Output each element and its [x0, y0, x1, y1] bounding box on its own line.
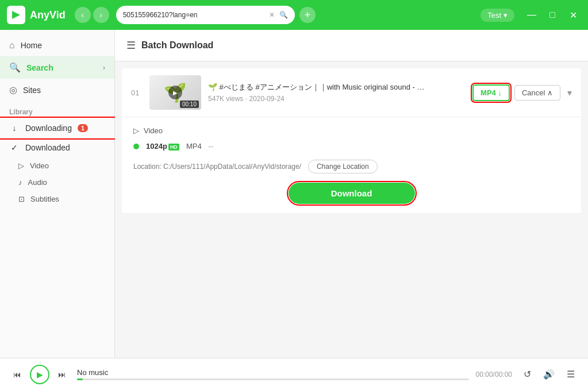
- detail-section-label: Video: [144, 126, 163, 135]
- sidebar-item-subtitles[interactable]: ⊡ Subtitles: [0, 191, 114, 207]
- content-body: 01 🌱 ▶ 00:10 🌱 #べじまる #アニメーション｜｜with Musi…: [115, 61, 588, 358]
- video-icon: ▷: [18, 161, 24, 170]
- thumb-duration: 00:10: [180, 101, 199, 108]
- no-music-label: No music: [77, 368, 469, 377]
- download-button[interactable]: Download: [289, 183, 415, 204]
- location-row: Location: C:/Users/111/AppData/Local/Any…: [133, 160, 570, 173]
- sidebar-item-sites[interactable]: ◎ Sites: [0, 79, 114, 101]
- quality-indicator: [133, 144, 139, 149]
- minimize-button[interactable]: —: [524, 7, 540, 23]
- home-icon: ⌂: [9, 40, 15, 51]
- video-label: Video: [30, 161, 49, 170]
- mp4-label: MP4 ↓: [481, 88, 502, 97]
- dash-label: --: [209, 142, 214, 150]
- downloading-label: Downloading: [25, 123, 72, 133]
- maximize-button[interactable]: □: [544, 7, 560, 23]
- sites-icon: ◎: [9, 84, 17, 95]
- detail-section-title: ▷ Video: [133, 126, 570, 135]
- sidebar-item-video[interactable]: ▷ Video: [0, 157, 114, 174]
- download-icon: ↓: [9, 123, 20, 133]
- logo-icon: [7, 6, 25, 24]
- sidebar-item-home[interactable]: ⌂ Home: [0, 34, 114, 56]
- svg-marker-0: [12, 11, 20, 19]
- subtitles-label: Subtitles: [30, 195, 59, 203]
- progress-fill: [77, 379, 83, 380]
- check-icon: ✓: [9, 142, 20, 153]
- sidebar-home-label: Home: [21, 41, 42, 50]
- player-info: No music: [77, 368, 469, 380]
- add-tab-button[interactable]: +: [299, 7, 316, 23]
- player-bar: ⏮ ▶ ⏭ No music 00:00/00:00 ↺ 🔊 ☰: [0, 358, 588, 390]
- sidebar-item-search[interactable]: 🔍 Search ›: [0, 56, 114, 79]
- titlebar: AnyVid ‹ › 505155966210?lang=en ✕ 🔍 + Te…: [0, 0, 588, 30]
- batch-icon: ☰: [126, 39, 136, 52]
- app-name: AnyVid: [30, 9, 66, 21]
- expand-button[interactable]: ▾: [567, 87, 572, 98]
- library-header: Library: [0, 101, 114, 118]
- download-btn-container: Download: [133, 183, 570, 204]
- quality-label: 1024pHD: [146, 142, 179, 150]
- change-location-button[interactable]: Change Location: [308, 160, 378, 173]
- search-icon: 🔍: [9, 62, 21, 73]
- nav-back-button[interactable]: ‹: [75, 7, 91, 23]
- downloaded-label: Downloaded: [25, 143, 70, 152]
- main-layout: ⌂ Home 🔍 Search › ◎ Sites Library ↓ Down…: [0, 30, 588, 358]
- window-controls: — □ ✕: [524, 7, 581, 23]
- location-text: Location: C:/Users/111/AppData/Local/Any…: [133, 163, 301, 171]
- user-label: Test: [487, 11, 501, 20]
- prev-button[interactable]: ⏮: [9, 366, 25, 383]
- video-meta: 547K views · 2020-09-24: [208, 95, 466, 103]
- sidebar: ⌂ Home 🔍 Search › ◎ Sites Library ↓ Down…: [0, 30, 115, 358]
- sidebar-search-label: Search: [26, 63, 53, 72]
- sidebar-sites-label: Sites: [23, 86, 41, 95]
- detail-quality-row: 1024pHD MP4 --: [133, 142, 570, 150]
- player-progress[interactable]: [77, 379, 469, 380]
- sidebar-item-audio[interactable]: ♪ Audio: [0, 174, 114, 191]
- chevron-right-icon: ›: [103, 64, 105, 72]
- page-title: Batch Download: [141, 40, 213, 51]
- row-number: 01: [131, 88, 143, 97]
- view-count: 547K views: [208, 95, 243, 103]
- content-header: ☰ Batch Download: [115, 30, 588, 61]
- nav-arrows: ‹ ›: [75, 7, 109, 23]
- video-title: 🌱 #べじまる #アニメーション｜｜with Music original so…: [208, 82, 426, 92]
- audio-label: Audio: [28, 178, 47, 187]
- video-main-row: 01 🌱 ▶ 00:10 🌱 #べじまる #アニメーション｜｜with Musi…: [122, 68, 581, 117]
- sidebar-item-downloaded[interactable]: ✓ Downloaded: [0, 138, 114, 157]
- subtitles-icon: ⊡: [18, 195, 25, 203]
- upload-date: 2020-09-24: [249, 95, 284, 103]
- cancel-label: Cancel ∧: [522, 88, 553, 97]
- content-area: ☰ Batch Download 01 🌱 ▶ 00:10 🌱 #べじまる: [115, 30, 588, 358]
- video-info: 🌱 #べじまる #アニメーション｜｜with Music original so…: [208, 82, 466, 103]
- player-controls: ⏮ ▶ ⏭: [9, 365, 70, 384]
- cancel-button[interactable]: Cancel ∧: [514, 85, 560, 101]
- app-logo: AnyVid: [7, 6, 66, 24]
- play-overlay[interactable]: ▶: [168, 86, 182, 99]
- chevron-down-icon: ▾: [504, 11, 508, 20]
- audio-icon: ♪: [18, 178, 22, 187]
- address-bar[interactable]: 505155966210?lang=en ✕ 🔍: [116, 6, 295, 24]
- next-button[interactable]: ⏭: [54, 366, 70, 383]
- queue-button[interactable]: ☰: [563, 366, 579, 383]
- address-text: 505155966210?lang=en: [123, 11, 264, 19]
- video-card: 01 🌱 ▶ 00:10 🌱 #べじまる #アニメーション｜｜with Musi…: [122, 68, 581, 213]
- time-display: 00:00/00:00: [476, 370, 512, 379]
- sidebar-item-downloading[interactable]: ↓ Downloading 1: [0, 118, 114, 138]
- close-button[interactable]: ✕: [565, 7, 581, 23]
- volume-button[interactable]: 🔊: [541, 366, 557, 383]
- search-icon[interactable]: 🔍: [279, 11, 288, 19]
- user-menu[interactable]: Test ▾: [481, 9, 514, 22]
- mp4-format-button[interactable]: MP4 ↓: [472, 84, 510, 101]
- video-actions: MP4 ↓ Cancel ∧: [472, 84, 560, 101]
- video-thumbnail: 🌱 ▶ 00:10: [149, 75, 201, 110]
- play-pause-button[interactable]: ▶: [30, 365, 49, 384]
- downloading-badge: 1: [78, 124, 88, 132]
- player-right-controls: ↺ 🔊 ☰: [519, 366, 579, 383]
- shuffle-button[interactable]: ↺: [519, 366, 535, 383]
- hd-badge: HD: [168, 144, 179, 150]
- video-section-icon: ▷: [133, 126, 139, 135]
- close-icon[interactable]: ✕: [269, 11, 275, 19]
- video-detail-panel: ▷ Video 1024pHD MP4 -- Location: C:/User…: [122, 117, 581, 213]
- format-label: MP4: [186, 142, 202, 150]
- nav-forward-button[interactable]: ›: [93, 7, 109, 23]
